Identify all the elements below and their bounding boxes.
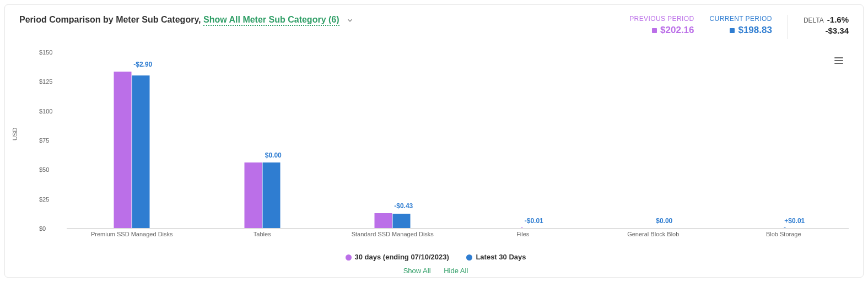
y-tick: $125 <box>39 78 52 85</box>
summary-block: PREVIOUS PERIOD $202.16 CURRENT PERIOD $… <box>629 15 849 39</box>
bar-group <box>114 72 150 228</box>
y-tick: $25 <box>39 196 49 203</box>
bar-delta-label: $0.00 <box>656 217 672 225</box>
current-swatch-icon <box>730 28 735 33</box>
bar-delta-label: -$2.90 <box>133 61 152 68</box>
delta-percent: -1.6% <box>827 15 849 24</box>
x-tick: General Block Blob <box>627 231 679 237</box>
bar-group <box>375 213 411 228</box>
bar-previous[interactable] <box>375 213 392 228</box>
legend-dot-previous-icon <box>346 254 352 261</box>
title-prefix: Period Comparison by Meter Sub Category, <box>19 15 203 24</box>
bar-current[interactable] <box>262 162 280 228</box>
bar-current[interactable] <box>393 214 411 228</box>
delta-summary: DELTA-1.6% -$3.34 <box>804 15 849 35</box>
bar-previous[interactable] <box>114 72 132 228</box>
period-comparison-card: Period Comparison by Meter Sub Category,… <box>4 4 864 278</box>
hide-all-button[interactable]: Hide All <box>444 267 468 275</box>
previous-period-label: PREVIOUS PERIOD <box>629 15 694 23</box>
bar-previous[interactable] <box>521 227 522 228</box>
bar-previous[interactable] <box>244 162 262 228</box>
chevron-down-icon[interactable] <box>346 15 354 25</box>
show-all-link[interactable]: Show All Meter Sub Category (6) <box>203 15 339 26</box>
summary-divider <box>788 15 788 39</box>
bar-current[interactable] <box>132 75 150 228</box>
y-tick: $50 <box>39 166 49 173</box>
x-tick: Blob Storage <box>766 231 801 237</box>
y-tick: $150 <box>39 49 52 56</box>
x-tick: Standard SSD Managed Disks <box>352 231 434 237</box>
chart-legend: 30 days (ending 07/10/2023) Latest 30 Da… <box>23 253 849 261</box>
legend-dot-current-icon <box>466 254 472 261</box>
previous-period-summary: PREVIOUS PERIOD $202.16 <box>629 15 694 36</box>
card-title: Period Comparison by Meter Sub Category,… <box>19 15 354 25</box>
chart-area: USD $0$25$50$75$100$125$150 -$2.90Premiu… <box>23 52 849 251</box>
delta-label: DELTA <box>804 17 824 24</box>
plot-area: -$2.90Premium SSD Managed Disks$0.00Tabl… <box>67 52 849 229</box>
y-tick: $100 <box>39 108 52 115</box>
bar-delta-label: -$0.01 <box>525 217 543 225</box>
x-tick: Premium SSD Managed Disks <box>91 231 173 237</box>
chart-inner: $0$25$50$75$100$125$150 -$2.90Premium SS… <box>23 52 849 229</box>
previous-swatch-icon <box>652 28 657 33</box>
legend-item-previous[interactable]: 30 days (ending 07/10/2023) <box>346 253 449 261</box>
current-period-value: $198.83 <box>710 25 772 36</box>
bar-group <box>521 227 525 228</box>
x-tick: Tables <box>254 231 271 237</box>
current-period-summary: CURRENT PERIOD $198.83 <box>710 15 772 36</box>
previous-period-value: $202.16 <box>629 25 694 36</box>
y-axis-label: USD <box>12 128 18 140</box>
legend-actions: Show All Hide All <box>23 267 849 275</box>
bar-delta-label: $0.00 <box>265 151 282 159</box>
x-tick: Files <box>516 231 529 237</box>
bar-delta-label: -$0.43 <box>394 202 413 210</box>
bar-group <box>244 162 280 228</box>
bar-delta-label: +$0.01 <box>784 217 805 225</box>
current-period-label: CURRENT PERIOD <box>710 15 772 23</box>
bar-group <box>781 227 785 228</box>
show-all-button[interactable]: Show All <box>403 267 431 275</box>
bar-current[interactable] <box>784 227 785 228</box>
card-header: Period Comparison by Meter Sub Category,… <box>19 15 849 39</box>
legend-item-current[interactable]: Latest 30 Days <box>466 253 526 261</box>
y-tick: $75 <box>39 137 49 144</box>
y-tick: $0 <box>39 225 46 232</box>
delta-amount: -$3.34 <box>804 26 849 35</box>
